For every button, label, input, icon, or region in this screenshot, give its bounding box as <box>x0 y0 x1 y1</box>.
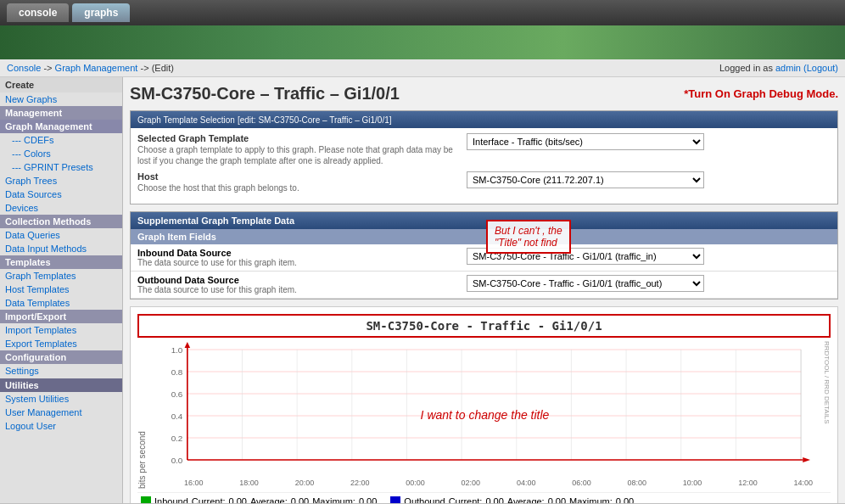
x-label-12: 14:00 <box>793 479 813 487</box>
logged-as-text: Logged in as <box>719 63 773 73</box>
outbound-control[interactable]: SM-C3750-Core - Traffic - Gi1/0/1 (traff… <box>467 275 831 292</box>
inbound-current-label: Current: <box>192 496 226 503</box>
breadcrumb-bar: Console -> Graph Management -> (Edit) Lo… <box>0 59 845 77</box>
sidebar-item-data-templates[interactable]: Data Templates <box>0 296 122 310</box>
sidebar-item-export-templates[interactable]: Export Templates <box>0 337 122 350</box>
breadcrumb-graph-management[interactable]: Graph Management <box>55 63 138 73</box>
svg-text:0.0: 0.0 <box>171 456 183 464</box>
chart-container: 1.0 0.8 0.6 0.4 0.2 0.0 I want <box>150 341 820 489</box>
right-axis-label: RRDTOOL / RRD DETAILS <box>823 341 831 489</box>
sidebar-item-graph-templates[interactable]: Graph Templates <box>0 269 122 283</box>
breadcrumb-arrow1: -> <box>43 63 54 73</box>
inbound-average-value: 0.00 <box>291 496 309 503</box>
svg-marker-25 <box>803 457 810 462</box>
host-label-col: Host Choose the host that this graph bel… <box>137 171 460 193</box>
login-info: Logged in as admin (Logout) <box>719 63 838 73</box>
x-label-3: 20:00 <box>295 479 315 487</box>
breadcrumb-console[interactable]: Console <box>7 63 41 73</box>
supplemental-content: Graph Item Fields Inbound Data Source Th… <box>131 229 837 299</box>
page-title: SM-C3750-Core – Traffic – Gi1/0/1 <box>130 84 400 104</box>
template-dropdown[interactable]: Interface - Traffic (bits/sec) <box>467 133 704 150</box>
admin-link[interactable]: admin <box>775 63 801 73</box>
selected-template-desc: Choose a graph template to apply to this… <box>137 144 460 166</box>
x-label-8: 06:00 <box>572 479 591 487</box>
sidebar-item-system-utilities[interactable]: System Utilities <box>0 392 122 406</box>
graph-item-fields-header: Graph Item Fields <box>131 229 837 244</box>
x-label-4: 22:00 <box>350 479 370 487</box>
sidebar-management-label: Management <box>0 106 122 120</box>
sidebar-templates-label: Templates <box>0 255 122 269</box>
change-title-annotation: I want to change the title <box>421 408 550 422</box>
x-label-7: 04:00 <box>517 479 536 487</box>
inbound-label: Inbound Data Source <box>137 248 460 258</box>
x-label-11: 12:00 <box>738 479 758 487</box>
inbound-row: Inbound Data Source The data source to u… <box>131 244 837 272</box>
sidebar-item-cdefs[interactable]: --- CDEFs <box>0 133 122 147</box>
host-control[interactable]: SM-C3750-Core (211.72.207.1) <box>467 171 831 188</box>
outbound-maximum-value: 0.00 <box>616 496 634 503</box>
x-label-6: 02:00 <box>462 479 481 487</box>
sidebar-create-label: Create <box>0 77 122 92</box>
y-axis-label: bits per second <box>137 341 147 489</box>
host-label: Host <box>137 171 460 182</box>
sidebar: Create New Graphs Management Graph Manag… <box>0 77 123 503</box>
breadcrumb-current: (Edit) <box>152 63 174 73</box>
inbound-maximum-label: Maximum: <box>312 496 355 503</box>
inbound-maximum-value: 0.00 <box>359 496 377 503</box>
outbound-row: Outbound Data Source The data source to … <box>131 272 837 299</box>
svg-text:0.2: 0.2 <box>171 434 183 442</box>
inbound-current-value: 0.00 <box>229 496 247 503</box>
console-tab[interactable]: console <box>7 3 69 22</box>
inbound-label-col: Inbound Data Source The data source to u… <box>137 248 460 267</box>
sidebar-item-import-templates[interactable]: Import Templates <box>0 323 122 337</box>
debug-mode-text[interactable]: *Turn On Graph Debug Mode. <box>684 87 838 100</box>
supplemental-section: Supplemental Graph Template Data Graph I… <box>130 211 838 300</box>
sidebar-configuration-label: Configuration <box>0 350 122 364</box>
top-banner <box>0 25 845 59</box>
sidebar-item-user-management[interactable]: User Management <box>0 406 122 419</box>
x-axis-labels: 16:00 18:00 20:00 22:00 00:00 02:00 04:0… <box>150 479 820 489</box>
selected-template-control[interactable]: Interface - Traffic (bits/sec) <box>467 133 831 150</box>
graph-template-header-edit: [edit: SM-C3750-Core – Traffic – Gi1/0/1… <box>238 115 392 125</box>
x-label-2: 18:00 <box>239 479 259 487</box>
outbound-maximum-label: Maximum: <box>569 496 613 503</box>
sidebar-item-colors[interactable]: --- Colors <box>0 147 122 160</box>
sidebar-item-new-graphs[interactable]: New Graphs <box>0 92 122 106</box>
sidebar-item-data-input-methods[interactable]: Data Input Methods <box>0 242 122 255</box>
inbound-color <box>141 496 151 503</box>
sidebar-item-graph-trees[interactable]: Graph Trees <box>0 174 122 188</box>
supplemental-header-title: Supplemental Graph Template Data <box>137 216 294 226</box>
x-label-10: 10:00 <box>683 479 702 487</box>
sidebar-item-gprint[interactable]: --- GPRINT Presets <box>0 160 122 174</box>
host-dropdown[interactable]: SM-C3750-Core (211.72.207.1) <box>467 171 704 188</box>
sidebar-item-data-sources[interactable]: Data Sources <box>0 188 122 201</box>
content-area: SM-C3750-Core – Traffic – Gi1/0/1 *Turn … <box>123 77 845 503</box>
sidebar-item-data-queries[interactable]: Data Queries <box>0 228 122 242</box>
sidebar-import-export-label: Import/Export <box>0 310 122 323</box>
svg-marker-27 <box>185 342 191 348</box>
page-title-bar: SM-C3750-Core – Traffic – Gi1/0/1 *Turn … <box>130 84 838 104</box>
selected-template-label: Selected Graph Template <box>137 133 460 143</box>
sidebar-item-devices[interactable]: Devices <box>0 201 122 215</box>
sidebar-utilities-label: Utilities <box>0 378 122 392</box>
outbound-dropdown[interactable]: SM-C3750-Core - Traffic - Gi1/0/1 (traff… <box>467 275 704 292</box>
graph-legend: Inbound Current: 0.00 Average: 0.00 Maxi… <box>137 492 831 503</box>
selected-template-label-col: Selected Graph Template Choose a graph t… <box>137 133 460 166</box>
outbound-current-value: 0.00 <box>485 496 503 503</box>
graph-area: bits per second <box>137 341 831 489</box>
graphs-tab[interactable]: graphs <box>72 3 130 22</box>
outbound-current-label: Current: <box>449 496 483 503</box>
breadcrumb-arrow2: -> <box>140 63 151 73</box>
selected-template-row: Selected Graph Template Choose a graph t… <box>137 133 831 166</box>
breadcrumb: Console -> Graph Management -> (Edit) <box>7 63 174 73</box>
sidebar-item-host-templates[interactable]: Host Templates <box>0 283 122 296</box>
sidebar-item-graph-management[interactable]: Graph Management <box>0 120 122 133</box>
sidebar-item-settings[interactable]: Settings <box>0 364 122 378</box>
graph-template-header-title: Graph Template Selection <box>137 115 235 125</box>
sidebar-item-logout-user[interactable]: Logout User <box>0 419 122 433</box>
graph-template-header: Graph Template Selection [edit: SM-C3750… <box>131 111 837 128</box>
graph-preview: SM-C3750-Core - Traffic - Gi1/0/1 bits p… <box>130 306 838 503</box>
outbound-legend-label: Outbound <box>404 496 445 503</box>
legend-outbound: Outbound Current: 0.00 Average: 0.00 Max… <box>390 496 634 503</box>
logout-link[interactable]: (Logout) <box>803 63 838 73</box>
